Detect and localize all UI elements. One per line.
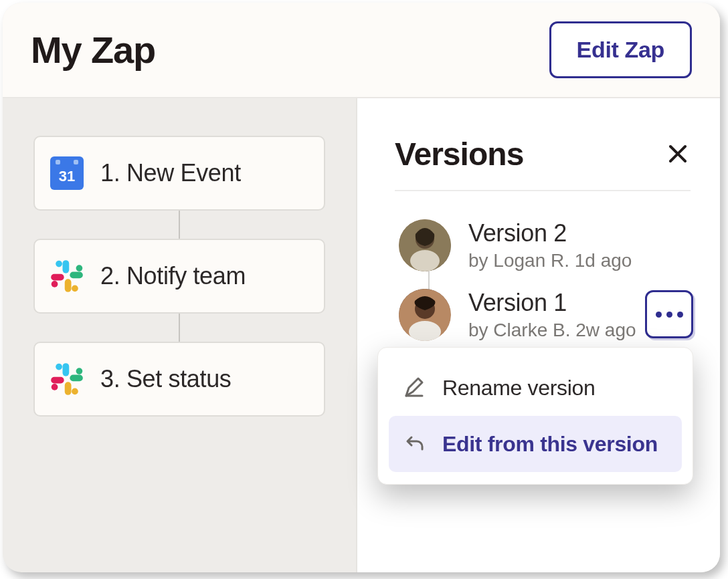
svg-rect-9	[70, 375, 82, 382]
version-list: Version 2 by Logan R. 1d ago	[395, 219, 691, 341]
slack-icon	[50, 259, 84, 294]
pencil-icon	[401, 374, 428, 401]
zap-step[interactable]: 31 1. New Event	[33, 136, 325, 211]
svg-rect-10	[65, 382, 72, 395]
svg-point-12	[56, 364, 62, 370]
svg-point-13	[76, 368, 83, 374]
google-calendar-icon: 31	[50, 156, 84, 191]
version-info: Version 2 by Logan R. 1d ago	[468, 219, 632, 271]
edit-zap-button[interactable]: Edit Zap	[549, 21, 692, 78]
svg-rect-3	[51, 274, 64, 281]
step-connector	[179, 211, 180, 239]
svg-rect-1	[70, 272, 82, 279]
step-label: 2. Notify team	[100, 262, 246, 290]
zap-step[interactable]: 2. Notify team	[33, 239, 325, 314]
version-info: Version 1 by Clarke B. 2w ago	[468, 289, 636, 341]
step-connector	[179, 314, 180, 342]
version-name: Version 1	[468, 289, 636, 317]
svg-point-6	[72, 285, 78, 292]
menu-item-label: Edit from this version	[442, 432, 658, 457]
version-more-button[interactable]	[645, 290, 693, 338]
step-list: 31 1. New Event	[33, 136, 325, 417]
svg-rect-11	[51, 377, 64, 384]
app-window: My Zap Edit Zap 31 1. New Event	[3, 3, 720, 572]
svg-rect-2	[65, 279, 72, 292]
edit-from-version-item[interactable]: Edit from this version	[389, 416, 682, 472]
slack-icon	[50, 362, 84, 396]
versions-title: Versions	[395, 136, 523, 172]
avatar	[399, 289, 451, 341]
app-header: My Zap Edit Zap	[3, 3, 720, 98]
step-label: 3. Set status	[100, 365, 231, 393]
versions-header: Versions	[395, 136, 691, 191]
svg-point-15	[52, 384, 58, 390]
undo-icon	[401, 431, 428, 457]
main-columns: 31 1. New Event	[3, 98, 720, 572]
version-context-menu: Rename version Edit from this version	[377, 347, 693, 485]
svg-point-14	[72, 388, 78, 395]
version-byline: by Logan R. 1d ago	[468, 250, 632, 271]
rename-version-item[interactable]: Rename version	[389, 360, 682, 416]
close-icon[interactable]	[665, 138, 691, 171]
zap-step[interactable]: 3. Set status	[33, 342, 325, 417]
svg-point-20	[410, 250, 440, 271]
svg-point-5	[76, 265, 83, 271]
page-title: My Zap	[31, 28, 155, 72]
svg-rect-8	[63, 363, 70, 376]
svg-point-4	[56, 261, 62, 267]
version-row[interactable]: Version 1 by Clarke B. 2w ago	[399, 289, 691, 341]
step-label: 1. New Event	[100, 159, 241, 187]
version-byline: by Clarke B. 2w ago	[468, 320, 636, 341]
avatar	[399, 219, 451, 271]
svg-rect-0	[63, 260, 70, 273]
version-name: Version 2	[468, 219, 632, 247]
svg-point-7	[52, 281, 58, 287]
menu-item-label: Rename version	[442, 376, 596, 400]
zap-canvas: 31 1. New Event	[3, 98, 356, 572]
version-row[interactable]: Version 2 by Logan R. 1d ago	[399, 219, 691, 271]
versions-panel: Versions	[356, 98, 720, 572]
